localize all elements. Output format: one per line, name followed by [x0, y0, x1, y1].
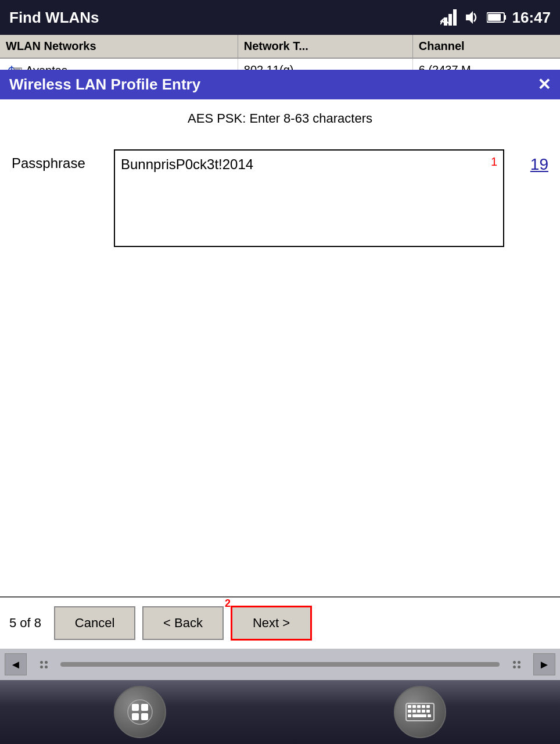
passphrase-input[interactable] [115, 151, 503, 244]
svg-rect-25 [422, 705, 425, 708]
svg-rect-27 [408, 710, 411, 713]
svg-rect-20 [141, 713, 148, 720]
char-count: 19 [514, 149, 548, 174]
svg-rect-30 [422, 710, 425, 713]
windows-button[interactable] [114, 686, 166, 738]
back-button[interactable]: < Back [142, 606, 224, 640]
svg-rect-32 [408, 714, 411, 717]
keyboard-button[interactable] [394, 686, 446, 738]
input-counter-1: 1 [491, 155, 497, 169]
status-icons: 16:47 [440, 9, 551, 27]
status-time: 16:47 [512, 9, 551, 27]
svg-rect-29 [417, 710, 421, 713]
scroll-dots-right[interactable] [505, 653, 527, 675]
passphrase-input-container[interactable]: 1 [114, 149, 504, 247]
windows-icon [127, 699, 153, 725]
next-badge: 2 [225, 598, 231, 610]
svg-marker-5 [466, 11, 473, 24]
keyboard-icon [405, 701, 435, 723]
dialog-titlebar: Wireless LAN Profile Entry ✕ [0, 70, 560, 99]
svg-rect-24 [417, 705, 421, 708]
battery-icon [487, 12, 507, 23]
svg-rect-35 [428, 714, 431, 717]
svg-point-16 [128, 700, 152, 724]
svg-rect-19 [132, 713, 139, 720]
passphrase-label: Passphrase [12, 149, 105, 171]
col-network-type: Network T... [238, 35, 413, 58]
svg-rect-23 [412, 705, 416, 708]
dialog-body: AES PSK: Enter 8-63 characters Passphras… [0, 99, 560, 596]
dialog-title: Wireless LAN Profile Entry [9, 76, 200, 94]
svg-marker-1 [448, 14, 452, 26]
sound-icon [465, 10, 481, 25]
dialog-footer: 5 of 8 Cancel < Back 2 Next > [0, 596, 560, 649]
wlan-profile-dialog: Wireless LAN Profile Entry ✕ AES PSK: En… [0, 70, 560, 680]
dialog-instruction: AES PSK: Enter 8-63 characters [12, 111, 548, 126]
dialog-close-button[interactable]: ✕ [537, 77, 551, 93]
col-wlan-networks: WLAN Networks [0, 35, 238, 58]
svg-rect-8 [488, 14, 501, 21]
svg-marker-2 [453, 9, 457, 26]
next-button[interactable]: Next > [231, 606, 312, 641]
svg-rect-22 [408, 705, 411, 708]
scroll-track [60, 662, 500, 667]
svg-rect-26 [426, 705, 430, 708]
wlan-table-header: WLAN Networks Network T... Channel [0, 35, 560, 59]
scroll-dots-left[interactable] [33, 653, 55, 675]
cancel-button[interactable]: Cancel [54, 606, 135, 640]
page-indicator: 5 of 8 [9, 616, 41, 631]
svg-rect-7 [504, 15, 506, 20]
scrollbar-area: ◄ ► [0, 649, 560, 680]
scroll-right-icon: ► [539, 658, 550, 671]
svg-rect-17 [132, 704, 139, 711]
status-bar: Find WLANs 16:47 [0, 0, 560, 35]
taskbar [0, 680, 560, 744]
scroll-right-button[interactable]: ► [533, 653, 555, 675]
svg-rect-18 [141, 704, 148, 711]
passphrase-row: Passphrase 1 19 [12, 149, 548, 247]
svg-rect-31 [426, 710, 430, 713]
svg-rect-28 [412, 710, 416, 713]
col-channel: Channel [413, 35, 560, 58]
svg-rect-34 [414, 714, 426, 717]
scroll-left-button[interactable]: ◄ [5, 653, 27, 675]
app-title: Find WLANs [9, 9, 99, 27]
next-button-wrapper: 2 Next > [231, 606, 312, 641]
scroll-left-icon: ◄ [10, 658, 21, 671]
signal-icon [440, 9, 459, 26]
